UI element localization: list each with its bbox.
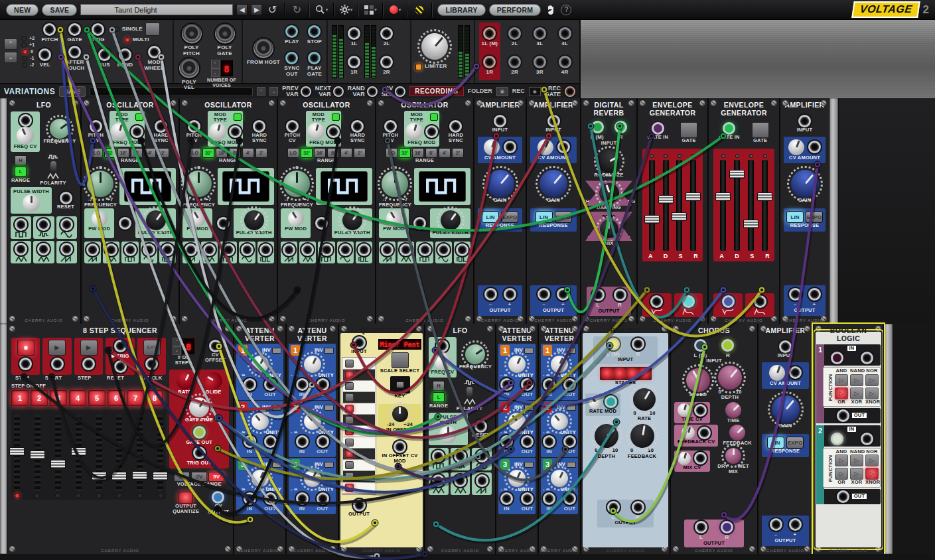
seq-reset-in-jack[interactable] [114, 360, 127, 373]
osc-range-LO-button[interactable]: LO [386, 148, 397, 158]
variations-save-button[interactable]: SAVE [59, 86, 86, 97]
osc-range-LO-button[interactable]: LO [287, 148, 299, 158]
var-cv-sel-jack[interactable] [395, 86, 405, 97]
osc-out-tri-jack[interactable] [399, 244, 412, 256]
variation-prev-button[interactable]: ⌃ [257, 87, 265, 96]
modules-grid-icon[interactable]: ▾ [364, 3, 377, 17]
amp-response-expo-button[interactable]: EXPO [806, 211, 823, 223]
attv-ch1-inv-button[interactable] [324, 348, 334, 354]
osc-mod-type-button[interactable] [430, 113, 438, 121]
perform-button[interactable]: PERFORM [489, 4, 541, 16]
attv-ch3-knob[interactable] [248, 467, 271, 490]
seq-start-button[interactable]: ▶ [48, 340, 66, 356]
phaser-out-r-jack[interactable] [632, 501, 644, 514]
lfo-polarity-switch[interactable] [467, 387, 472, 397]
amp-cv-in-jack[interactable] [789, 366, 802, 379]
bool-1-out-jack[interactable] [837, 409, 849, 422]
osc-range-2-button[interactable]: 2' [157, 148, 169, 158]
chorus-time_cv-in-jack[interactable] [694, 404, 707, 417]
bool-2-in-b-jack[interactable] [861, 433, 873, 445]
amp-response-expo-button[interactable]: EXPO [501, 211, 518, 223]
quant-key-7[interactable] [345, 439, 354, 447]
attv-ch2-in-jack[interactable] [296, 435, 309, 448]
osc-freq-mod-in-jack[interactable] [131, 125, 143, 138]
eg-slider-a[interactable] [649, 160, 655, 251]
library-button[interactable]: LIBRARY [437, 4, 485, 16]
new-button[interactable]: NEW [6, 4, 38, 16]
seq-cv-output-jack[interactable] [212, 491, 224, 504]
attv-ch3-knob[interactable] [548, 467, 571, 490]
attv-ch3-in-jack[interactable] [543, 492, 555, 505]
osc-out-saw-jack[interactable] [184, 244, 197, 256]
osc-out-tri-jack[interactable] [105, 244, 117, 256]
osc-hard-sync-in-jack[interactable] [351, 120, 364, 133]
voices-down-button[interactable]: ⌄ [211, 68, 220, 77]
amp-response-expo-button[interactable]: EXPO [555, 211, 572, 223]
chorus-time-knob[interactable] [722, 399, 745, 421]
phaser-stage-2[interactable] [614, 368, 625, 379]
seq-ext-clk-in-jack[interactable] [145, 358, 158, 370]
amp-cv-in-jack[interactable] [504, 141, 516, 153]
osc-pw-mod-in-jack[interactable] [315, 217, 328, 230]
lfo-reset-in-jack[interactable] [60, 192, 72, 204]
rec-3l-jack[interactable] [534, 27, 546, 40]
var-next-var-jack[interactable] [333, 86, 344, 97]
osc-range-LO-button[interactable]: LO [91, 148, 103, 158]
rev-room-size-knob[interactable] [593, 146, 624, 176]
phaser-feedback-knob[interactable] [628, 422, 656, 450]
amp-response-expo-button[interactable]: EXPO [786, 437, 804, 449]
seq-range-5V-button[interactable]: 5V [208, 472, 224, 482]
seq-slider-1[interactable] [14, 415, 20, 491]
attv-ch1-inv-button[interactable] [567, 348, 576, 354]
lfo-frequency-knob[interactable] [461, 340, 489, 368]
voices-up-button[interactable]: ⌃ [211, 60, 220, 68]
kb-mod-wheel-jack[interactable] [148, 46, 161, 58]
quant-key-4[interactable] [345, 405, 354, 413]
seq-gate-time-knob[interactable] [186, 394, 213, 421]
rec-2l-jack[interactable] [508, 27, 521, 40]
rec-1r-jack[interactable] [483, 56, 496, 68]
quant-key-9[interactable] [345, 461, 354, 469]
host-sync-out-jack[interactable] [285, 52, 298, 64]
attv-ch1-in-jack[interactable] [244, 378, 256, 391]
attv-ch1-in-jack[interactable] [296, 378, 309, 391]
rec-1lm-jack[interactable] [483, 27, 496, 40]
osc-range-4-button[interactable]: 4' [439, 148, 451, 158]
osc-range-16-button[interactable]: 16' [216, 148, 228, 158]
bool-2-and-button[interactable]: ▷ [835, 455, 848, 466]
seq-slider-2[interactable] [35, 415, 40, 491]
hand-icon[interactable] [544, 3, 557, 17]
osc-pulse-width-knob[interactable] [142, 206, 170, 234]
attv-ch1-knob[interactable] [506, 353, 529, 376]
osc-range-32-button[interactable]: 32' [301, 148, 313, 158]
bool-2-xor-button[interactable]: ▷ [850, 468, 863, 480]
attv-ch3-knob[interactable] [301, 467, 324, 490]
attv-ch2-in-jack[interactable] [244, 435, 256, 448]
seq-step-5-button[interactable]: 5 [88, 390, 106, 406]
osc-out-pulse-jack[interactable] [456, 244, 468, 256]
eg-slider-r[interactable] [762, 160, 768, 251]
lfo-range-l-button[interactable]: L [433, 392, 445, 402]
osc-out-pulse-jack[interactable] [161, 244, 174, 256]
lfo-out2-tri-jack[interactable] [37, 243, 50, 255]
lfo-range-l-button[interactable]: L [15, 167, 27, 176]
eg-gate-button[interactable] [680, 122, 697, 138]
attv-ch1-in-jack[interactable] [500, 378, 513, 391]
var-rand-var-jack[interactable] [367, 86, 378, 97]
eg-slider-s[interactable] [676, 160, 682, 251]
rec-button[interactable]: ◉ [529, 87, 541, 96]
bool-1-xnor-button[interactable]: ▷ [865, 387, 879, 399]
phaser-rate-knob[interactable] [629, 384, 660, 415]
phaser-out-l-jack[interactable] [607, 501, 620, 514]
osc-mod-type-button[interactable] [234, 113, 242, 121]
osc-pw-mod-in-jack[interactable] [119, 217, 131, 230]
osc-out-saw-jack[interactable] [283, 244, 295, 256]
amp-response-lin-button[interactable]: LIN [482, 211, 499, 223]
osc-out-sine-jack[interactable] [241, 244, 253, 256]
osc-range-16-button[interactable]: 16' [412, 148, 424, 158]
bool-1-in-b-jack[interactable] [861, 352, 873, 364]
quant-in-offset-knob[interactable] [392, 406, 408, 422]
eg-slider-a[interactable] [720, 160, 726, 251]
seq-stop-in-jack[interactable] [19, 358, 32, 370]
osc-frequency-knob[interactable] [185, 171, 212, 197]
